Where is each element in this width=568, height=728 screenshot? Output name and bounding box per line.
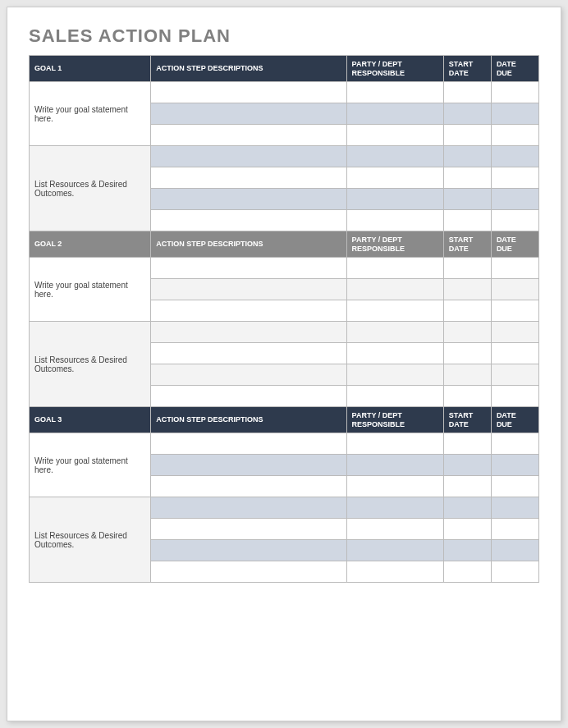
goal2-res-party-3[interactable] xyxy=(346,364,443,386)
section-header-goal-2: GOAL 2 ACTION STEP DESCRIPTIONS PARTY / … xyxy=(30,231,539,258)
goal2-party-3[interactable] xyxy=(346,300,443,322)
goal1-resources-cell[interactable]: List Resources & Desired Outcomes. xyxy=(30,146,151,231)
goal2-due-1[interactable] xyxy=(491,258,538,279)
goal3-res-action-1[interactable] xyxy=(151,497,346,519)
goal1-start-2[interactable] xyxy=(443,103,491,125)
goal2-due-2[interactable] xyxy=(491,279,538,300)
goal2-res-start-4[interactable] xyxy=(443,386,491,407)
document-page: SALES ACTION PLAN GOAL 1 ACTION STEP DES… xyxy=(7,7,561,721)
page-title: SALES ACTION PLAN xyxy=(29,25,539,47)
goal1-res-party-4[interactable] xyxy=(346,210,443,231)
goal3-res-start-2[interactable] xyxy=(443,519,491,540)
goal2-action-3[interactable] xyxy=(151,300,346,322)
goal3-res-due-4[interactable] xyxy=(491,561,538,583)
goal1-res-action-3[interactable] xyxy=(151,189,346,210)
goal3-res-action-3[interactable] xyxy=(151,540,346,561)
goal1-due-3[interactable] xyxy=(491,125,538,146)
goal1-res-due-4[interactable] xyxy=(491,210,538,231)
goal3-resources-cell[interactable]: List Resources & Desired Outcomes. xyxy=(30,497,151,583)
goal1-res-action-2[interactable] xyxy=(151,167,346,189)
goal2-statement-row1: Write your goal statement here. xyxy=(30,258,539,279)
goal1-res-start-1[interactable] xyxy=(443,146,491,167)
goal3-action-1[interactable] xyxy=(151,433,346,455)
goal1-res-start-3[interactable] xyxy=(443,189,491,210)
goal3-res-start-3[interactable] xyxy=(443,540,491,561)
goal1-res-action-1[interactable] xyxy=(151,146,346,167)
goal2-res-action-3[interactable] xyxy=(151,364,346,386)
goal1-res-start-2[interactable] xyxy=(443,167,491,189)
goal1-res-party-1[interactable] xyxy=(346,146,443,167)
goal2-res-action-1[interactable] xyxy=(151,322,346,343)
goal2-res-due-3[interactable] xyxy=(491,364,538,386)
goal1-action-3[interactable] xyxy=(151,125,346,146)
goal2-start-1[interactable] xyxy=(443,258,491,279)
header-action: ACTION STEP DESCRIPTIONS xyxy=(151,56,346,82)
goal1-start-1[interactable] xyxy=(443,82,491,103)
goal1-party-1[interactable] xyxy=(346,82,443,103)
goal3-res-due-1[interactable] xyxy=(491,497,538,519)
goal1-res-action-4[interactable] xyxy=(151,210,346,231)
goal2-res-party-4[interactable] xyxy=(346,386,443,407)
goal2-start-2[interactable] xyxy=(443,279,491,300)
goal1-statement-row1: Write your goal statement here. xyxy=(30,82,539,103)
header-goal-label: GOAL 1 xyxy=(30,56,151,82)
goal3-party-3[interactable] xyxy=(346,476,443,497)
goal2-res-start-3[interactable] xyxy=(443,364,491,386)
goal3-party-2[interactable] xyxy=(346,455,443,476)
goal3-start-2[interactable] xyxy=(443,455,491,476)
goal3-res-action-4[interactable] xyxy=(151,561,346,583)
goal2-due-3[interactable] xyxy=(491,300,538,322)
goal1-res-due-1[interactable] xyxy=(491,146,538,167)
goal2-party-2[interactable] xyxy=(346,279,443,300)
goal1-start-3[interactable] xyxy=(443,125,491,146)
goal1-action-2[interactable] xyxy=(151,103,346,125)
goal2-start-3[interactable] xyxy=(443,300,491,322)
goal3-due-1[interactable] xyxy=(491,433,538,455)
goal3-res-party-3[interactable] xyxy=(346,540,443,561)
goal2-res-due-2[interactable] xyxy=(491,343,538,364)
goal2-resources-cell[interactable]: List Resources & Desired Outcomes. xyxy=(30,322,151,407)
goal1-action-1[interactable] xyxy=(151,82,346,103)
goal1-res-due-2[interactable] xyxy=(491,167,538,189)
goal3-start-3[interactable] xyxy=(443,476,491,497)
goal2-res-action-2[interactable] xyxy=(151,343,346,364)
goal3-due-2[interactable] xyxy=(491,455,538,476)
goal3-res-start-1[interactable] xyxy=(443,497,491,519)
goal3-action-3[interactable] xyxy=(151,476,346,497)
goal2-res-action-4[interactable] xyxy=(151,386,346,407)
goal2-res-party-2[interactable] xyxy=(346,343,443,364)
goal3-res-due-3[interactable] xyxy=(491,540,538,561)
goal2-res-party-1[interactable] xyxy=(346,322,443,343)
goal1-party-2[interactable] xyxy=(346,103,443,125)
goal1-res-party-3[interactable] xyxy=(346,189,443,210)
goal2-party-1[interactable] xyxy=(346,258,443,279)
goal3-res-party-2[interactable] xyxy=(346,519,443,540)
goal1-res-start-4[interactable] xyxy=(443,210,491,231)
goal1-statement-cell[interactable]: Write your goal statement here. xyxy=(30,82,151,146)
goal2-statement-cell[interactable]: Write your goal statement here. xyxy=(30,258,151,322)
goal3-res-start-4[interactable] xyxy=(443,561,491,583)
goal1-res-due-3[interactable] xyxy=(491,189,538,210)
goal1-due-1[interactable] xyxy=(491,82,538,103)
goal3-start-1[interactable] xyxy=(443,433,491,455)
goal1-due-2[interactable] xyxy=(491,103,538,125)
goal2-res-due-1[interactable] xyxy=(491,322,538,343)
goal3-statement-cell[interactable]: Write your goal statement here. xyxy=(30,433,151,497)
goal3-action-2[interactable] xyxy=(151,455,346,476)
goal2-res-start-1[interactable] xyxy=(443,322,491,343)
goal2-action-2[interactable] xyxy=(151,279,346,300)
goal3-res-due-2[interactable] xyxy=(491,519,538,540)
goal3-res-action-2[interactable] xyxy=(151,519,346,540)
goal2-res-due-4[interactable] xyxy=(491,386,538,407)
goal1-res-party-2[interactable] xyxy=(346,167,443,189)
goal2-action-1[interactable] xyxy=(151,258,346,279)
goal1-party-3[interactable] xyxy=(346,125,443,146)
goal2-resources-row1: List Resources & Desired Outcomes. xyxy=(30,322,539,343)
goal3-res-party-1[interactable] xyxy=(346,497,443,519)
header-start: START DATE xyxy=(443,56,491,82)
goal2-res-start-2[interactable] xyxy=(443,343,491,364)
goal3-res-party-4[interactable] xyxy=(346,561,443,583)
goal3-due-3[interactable] xyxy=(491,476,538,497)
goal3-party-1[interactable] xyxy=(346,433,443,455)
goal1-resources-row1: List Resources & Desired Outcomes. xyxy=(30,146,539,167)
